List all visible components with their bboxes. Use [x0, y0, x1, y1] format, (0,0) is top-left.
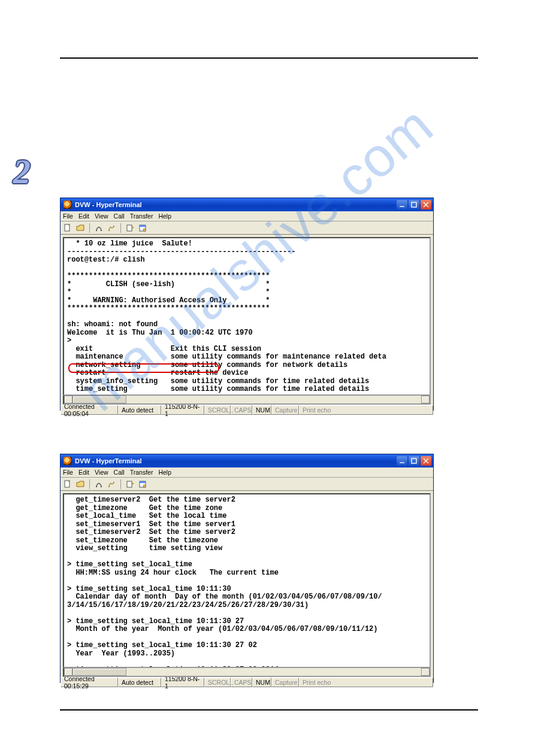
window-title: DVW - HyperTerminal: [75, 457, 142, 464]
status-port: 115200 8-N-1: [161, 678, 204, 687]
horizontal-scrollbar[interactable]: [63, 396, 431, 405]
hr-top: [60, 57, 478, 59]
menu-help[interactable]: Help: [158, 212, 171, 220]
hyperterminal-window-1: DVW - HyperTerminal File Edit View Call …: [60, 198, 434, 411]
svg-rect-2: [96, 230, 97, 231]
minimize-button[interactable]: [397, 200, 407, 210]
svg-rect-0: [412, 202, 416, 207]
titlebar[interactable]: DVW - HyperTerminal: [61, 198, 433, 211]
menu-call[interactable]: Call: [114, 469, 125, 476]
menu-file[interactable]: File: [63, 469, 73, 476]
svg-rect-6: [127, 225, 132, 231]
menu-view[interactable]: View: [95, 212, 108, 220]
status-scroll: SCROLL: [204, 678, 231, 687]
disconnect-icon[interactable]: [107, 479, 116, 489]
connect-icon[interactable]: [94, 223, 104, 233]
hyperterminal-window-2: DVW - HyperTerminal File Edit View Call …: [60, 454, 434, 683]
terminal-area[interactable]: get_timeserver2 Get the time server2 get…: [63, 493, 431, 668]
terminal-output: * 10 oz lime juice Salute! -------------…: [64, 238, 430, 396]
properties-icon[interactable]: [138, 479, 147, 489]
status-capture: Capture: [271, 405, 299, 415]
app-icon: [64, 457, 72, 465]
svg-rect-12: [96, 486, 97, 487]
svg-rect-4: [108, 230, 110, 231]
svg-rect-5: [113, 226, 114, 227]
minimize-button[interactable]: [397, 456, 407, 466]
terminal-area[interactable]: * 10 oz lime juice Salute! -------------…: [63, 237, 431, 396]
status-capture: Capture: [271, 678, 299, 687]
open-icon[interactable]: [75, 479, 85, 489]
svg-rect-8: [140, 225, 146, 227]
status-caps: CAPS: [231, 678, 252, 687]
properties-icon[interactable]: [138, 223, 147, 233]
svg-rect-18: [140, 481, 146, 483]
svg-rect-1: [65, 224, 69, 231]
status-num: NUM: [252, 678, 271, 687]
menu-call[interactable]: Call: [114, 212, 125, 220]
status-detect: Auto detect: [118, 405, 161, 415]
horizontal-scrollbar[interactable]: [63, 668, 431, 677]
menu-transfer[interactable]: Transfer: [130, 469, 153, 476]
svg-rect-10: [412, 459, 416, 463]
status-port: 115200 8-N-1: [161, 405, 204, 415]
menubar: File Edit View Call Transfer Help: [61, 211, 433, 221]
close-button[interactable]: [421, 456, 431, 466]
menu-transfer[interactable]: Transfer: [130, 212, 153, 220]
step-number: 2: [13, 151, 31, 192]
app-icon: [64, 201, 72, 209]
svg-rect-14: [108, 486, 110, 487]
status-connected: Connected 00:05:04: [61, 405, 118, 415]
statusbar: Connected 00:15:29 Auto detect 115200 8-…: [61, 677, 433, 687]
connect-icon[interactable]: [94, 479, 104, 489]
disconnect-icon[interactable]: [107, 223, 116, 233]
window-title: DVW - HyperTerminal: [75, 201, 142, 208]
menubar: File Edit View Call Transfer Help: [61, 467, 433, 478]
titlebar[interactable]: DVW - HyperTerminal: [61, 454, 433, 467]
hr-bottom: [60, 709, 478, 711]
status-caps: CAPS: [231, 405, 252, 415]
maximize-button[interactable]: [409, 200, 419, 210]
menu-view[interactable]: View: [95, 469, 108, 476]
svg-point-19: [143, 485, 146, 487]
open-icon[interactable]: [75, 223, 85, 233]
new-icon[interactable]: [63, 479, 72, 489]
close-button[interactable]: [421, 200, 431, 210]
menu-edit[interactable]: Edit: [78, 469, 89, 476]
status-detect: Auto detect: [118, 678, 161, 687]
new-icon[interactable]: [63, 223, 72, 233]
svg-rect-11: [65, 481, 69, 487]
menu-edit[interactable]: Edit: [78, 212, 89, 220]
svg-rect-16: [127, 481, 132, 487]
send-icon[interactable]: [125, 223, 135, 233]
menu-file[interactable]: File: [63, 212, 73, 220]
status-connected: Connected 00:15:29: [61, 678, 118, 687]
terminal-output: get_timeserver2 Get the time server2 get…: [64, 494, 430, 668]
toolbar: [61, 478, 433, 491]
status-num: NUM: [252, 405, 271, 415]
maximize-button[interactable]: [409, 456, 419, 466]
status-echo: Print echo: [299, 405, 433, 415]
svg-rect-13: [101, 486, 102, 487]
svg-rect-15: [113, 482, 114, 483]
status-echo: Print echo: [299, 678, 433, 687]
svg-rect-3: [101, 230, 102, 231]
statusbar: Connected 00:05:04 Auto detect 115200 8-…: [61, 405, 433, 415]
toolbar: [61, 221, 433, 235]
menu-help[interactable]: Help: [158, 469, 171, 476]
send-icon[interactable]: [125, 479, 135, 489]
svg-point-9: [143, 229, 146, 231]
status-scroll: SCROLL: [204, 405, 231, 415]
